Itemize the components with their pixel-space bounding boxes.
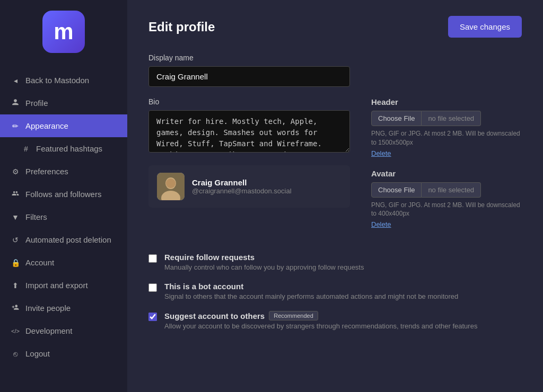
avatar-file-hint: PNG, GIF or JPG. At most 2 MB. Will be d… (371, 201, 522, 219)
require-follow-requests-row: Require follow requests Manually control… (148, 253, 522, 271)
require-follow-requests-label[interactable]: Require follow requests (164, 253, 364, 262)
sidebar: m ◂ Back to Mastodon Profile ✏ Appearanc… (0, 0, 127, 392)
save-changes-button[interactable]: Save changes (448, 16, 522, 38)
upload-section: Header Choose File no file selected PNG,… (371, 97, 522, 240)
mastodon-logo: m (42, 11, 85, 53)
bot-account-desc: Signal to others that the account mainly… (164, 292, 458, 300)
back-icon: ◂ (11, 76, 20, 85)
sidebar-item-appearance[interactable]: ✏ Appearance (0, 114, 127, 137)
sidebar-item-automated-post-deletion[interactable]: ↺ Automated post deletion (0, 228, 127, 251)
suggest-account-checkbox[interactable] (148, 313, 157, 321)
page-header: Edit profile Save changes (148, 16, 522, 38)
filters-icon: ▼ (11, 213, 20, 221)
sidebar-nav: ◂ Back to Mastodon Profile ✏ Appearance … (0, 69, 127, 365)
profile-info: Craig Grannell @craigrannell@mastodon.so… (192, 178, 292, 195)
display-name-section: Display name (148, 54, 522, 87)
suggest-account-label[interactable]: Suggest account to others Recommended (164, 311, 477, 320)
preferences-icon: ⚙ (11, 167, 20, 176)
header-file-row: Choose File no file selected (371, 111, 522, 126)
sidebar-item-back-to-mastodon[interactable]: ◂ Back to Mastodon (0, 69, 127, 92)
profile-handle: @craigrannell@mastodon.social (192, 187, 292, 195)
require-follow-requests-desc: Manually control who can follow you by a… (164, 263, 364, 271)
sidebar-item-logout[interactable]: ⎋ Logout (0, 342, 127, 365)
avatar-file-name: no file selected (422, 182, 481, 198)
sidebar-item-profile[interactable]: Profile (0, 92, 127, 114)
sidebar-item-invite-people[interactable]: Invite people (0, 297, 127, 319)
bio-section: Bio Writer for hire. Mostly tech, Apple,… (148, 97, 522, 240)
invite-icon (11, 304, 20, 313)
logout-icon: ⎋ (11, 350, 20, 358)
bio-textarea[interactable]: Writer for hire. Mostly tech, Apple, gam… (148, 110, 350, 153)
hashtag-icon: # (21, 145, 31, 153)
checkbox-section: Require follow requests Manually control… (148, 253, 522, 330)
sidebar-item-account[interactable]: 🔒 Account (0, 251, 127, 274)
deletion-icon: ↺ (11, 236, 20, 244)
page-title: Edit profile (148, 20, 215, 34)
recommended-badge: Recommended (269, 311, 318, 320)
header-choose-file-button[interactable]: Choose File (371, 111, 422, 126)
sidebar-item-filters[interactable]: ▼ Filters (0, 206, 127, 228)
bio-form-section: Bio Writer for hire. Mostly tech, Apple,… (148, 97, 350, 155)
display-name-input[interactable] (148, 66, 350, 87)
avatar-file-row: Choose File no file selected (371, 182, 522, 198)
profile-icon (11, 99, 20, 108)
follows-icon (11, 190, 20, 199)
header-file-hint: PNG, GIF or JPG. At most 2 MB. Will be d… (371, 129, 522, 147)
avatar-choose-file-button[interactable]: Choose File (371, 182, 422, 198)
bot-account-content: This is a bot account Signal to others t… (164, 282, 458, 300)
import-icon: ⬆ (11, 281, 20, 290)
bot-account-label[interactable]: This is a bot account (164, 282, 458, 291)
appearance-icon: ✏ (11, 122, 20, 130)
header-upload-label: Header (371, 97, 522, 106)
sidebar-item-preferences[interactable]: ⚙ Preferences (0, 160, 127, 183)
avatar (157, 173, 185, 200)
bio-label: Bio (148, 97, 350, 106)
bot-account-checkbox[interactable] (148, 283, 157, 292)
header-file-name: no file selected (422, 111, 481, 126)
header-upload-section: Header Choose File no file selected PNG,… (371, 97, 522, 157)
account-icon: 🔒 (11, 259, 20, 267)
suggest-account-content: Suggest account to others Recommended Al… (164, 311, 477, 330)
require-follow-requests-content: Require follow requests Manually control… (164, 253, 364, 271)
sidebar-item-featured-hashtags[interactable]: # Featured hashtags (0, 137, 127, 160)
development-icon: </> (11, 328, 20, 334)
avatar-upload-label: Avatar (371, 169, 522, 178)
profile-display-name: Craig Grannell (192, 178, 292, 187)
bot-account-row: This is a bot account Signal to others t… (148, 282, 522, 300)
suggest-account-row: Suggest account to others Recommended Al… (148, 311, 522, 330)
bio-left: Bio Writer for hire. Mostly tech, Apple,… (148, 97, 350, 208)
logo-area: m (0, 0, 127, 64)
sidebar-item-development[interactable]: </> Development (0, 319, 127, 342)
display-name-label: Display name (148, 54, 522, 62)
require-follow-requests-checkbox[interactable] (148, 254, 157, 263)
avatar-delete-link[interactable]: Delete (371, 220, 522, 228)
avatar-upload-section: Avatar Choose File no file selected PNG,… (371, 169, 522, 229)
suggest-account-desc: Allow your account to be discovered by s… (164, 322, 477, 330)
profile-preview-card: Craig Grannell @craigrannell@mastodon.so… (148, 165, 350, 208)
sidebar-item-follows-followers[interactable]: Follows and followers (0, 183, 127, 206)
svg-point-3 (166, 179, 176, 188)
main-content: Edit profile Save changes Display name B… (127, 0, 543, 392)
header-delete-link[interactable]: Delete (371, 149, 522, 157)
sidebar-item-import-export[interactable]: ⬆ Import and export (0, 274, 127, 297)
